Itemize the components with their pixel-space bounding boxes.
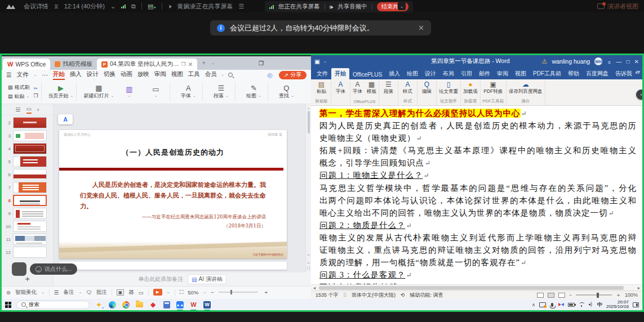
ribbon-tab[interactable]: 帮助: [565, 68, 583, 79]
battery-icon[interactable]: [568, 303, 575, 307]
notes-toggle-icon[interactable]: ☰: [54, 289, 59, 296]
popout-icon[interactable]: ⧉: [131, 3, 136, 10]
ribbon-button[interactable]: ● 加载项: [463, 81, 478, 95]
menu-overflow-chevron-icon[interactable]: ›: [222, 73, 223, 77]
fullscreen-icon[interactable]: ⛶: [180, 289, 184, 296]
ribbon-button[interactable]: A 字体: [336, 81, 345, 95]
format-painter-button[interactable]: ▧格式刷: [8, 84, 30, 91]
normal-view-icon[interactable]: ▣: [117, 289, 125, 296]
ime-indicator[interactable]: 中: [597, 301, 602, 308]
wps-menu-item[interactable]: 开始: [53, 70, 65, 80]
scroll-right-icon[interactable]: ►: [636, 286, 642, 290]
comment-icon[interactable]: 🗨: [86, 289, 92, 296]
reading-view-icon[interactable]: ▭: [139, 289, 144, 296]
word-app-icon[interactable]: W: [203, 301, 211, 309]
search-icon[interactable]: [228, 73, 233, 77]
wps-maximize-button[interactable]: ❐: [259, 60, 264, 66]
zoom-slider[interactable]: [576, 294, 612, 296]
notification-center-icon[interactable]: [633, 302, 639, 307]
wps-docer-tab[interactable]: 找稻壳模板: [50, 59, 97, 70]
clock[interactable]: 20:07 2025/10/16: [606, 300, 629, 309]
share-bar-caret[interactable]: ⌄: [398, 2, 406, 10]
ai-speech-button[interactable]: ▤ AI 演讲稿: [188, 274, 226, 284]
print-layout-icon[interactable]: [548, 293, 554, 298]
document-line[interactable]: 问题 3：什么是客观？↵: [319, 269, 637, 281]
ribbon-tab[interactable]: OfficePLUS: [349, 70, 385, 79]
chat-input[interactable]: 说点什么...: [30, 263, 77, 275]
slide-thumbnail[interactable]: 7: [4, 182, 51, 193]
slide-thumbnail[interactable]: 8: [4, 195, 51, 206]
word-share-button[interactable]: ▱ 共享 ⌄: [636, 64, 642, 79]
ribbon-options-icon[interactable]: ⌅: [607, 59, 611, 65]
wps-menu-item[interactable]: 切换: [104, 70, 116, 80]
document-line[interactable]: 拓展+回顾：讲清楚《马克思主义基本原理》课程中的唯物主义和历史唯物主义: [319, 145, 637, 157]
ribbon-button[interactable]: ▦ 模板: [367, 81, 376, 95]
assistant-icon[interactable]: ◎: [267, 71, 272, 78]
document-line[interactable]: 概念，引导学生回顾知识点↵: [319, 157, 637, 169]
ribbon-button[interactable]: ☰ 段落: [384, 81, 393, 95]
slide-thumbnail[interactable]: 2: [4, 117, 51, 128]
ribbon-button[interactable]: ▤ 粘贴: [317, 81, 326, 95]
recording-doc-icon[interactable]: ▤●: [148, 3, 156, 10]
outline-view-icon[interactable]: ☱: [16, 106, 21, 113]
paste-button[interactable]: ▤粘贴⌄: [8, 93, 30, 100]
volume-icon[interactable]: [588, 302, 593, 307]
hamburger-icon[interactable]: ☰: [6, 71, 11, 78]
network-signal-icon[interactable]: [121, 5, 126, 8]
web-layout-icon[interactable]: [558, 293, 565, 298]
wps-file-menu[interactable]: 文件: [16, 71, 28, 79]
slide-layout-button[interactable]: ▥⌄: [118, 86, 140, 98]
ribbon-tab[interactable]: 视图: [512, 68, 530, 79]
document-line[interactable]: 第一，学生需深入理解为什么必须坚持以人民为中心↵: [319, 108, 637, 120]
ribbon-collapse-button[interactable]: ‹: [636, 90, 642, 100]
prev-slide-icon[interactable]: ⌃: [307, 254, 310, 258]
warning-icon[interactable]: ⚠: [542, 58, 548, 65]
accessibility-status[interactable]: 辅助功能: 调查: [410, 292, 443, 299]
notes-placeholder[interactable]: 单击此处添加备注: [138, 275, 183, 283]
more-icon[interactable]: ⋯: [42, 71, 48, 78]
meeting-bubble[interactable]: [12, 262, 26, 276]
scrollbar-thumb[interactable]: [308, 111, 310, 133]
tab-restore-icon[interactable]: ❐: [181, 61, 185, 67]
ribbon-tab[interactable]: 审阅: [494, 68, 512, 79]
cut-icon[interactable]: ✂: [34, 86, 38, 91]
wps-menu-item[interactable]: 动画: [121, 70, 132, 80]
notes-toggle[interactable]: 备注: [63, 289, 74, 296]
expand-panel-icon[interactable]: ›: [37, 106, 39, 113]
ribbon-button[interactable]: ▯ 论文查重: [439, 81, 458, 95]
diamond-app-icon[interactable]: ◆: [149, 301, 157, 309]
font-button[interactable]: A字体⌄: [177, 84, 199, 100]
ribbon-tab[interactable]: 引用: [458, 68, 476, 79]
screen-share-tray-icon[interactable]: [539, 302, 546, 307]
slide-thumbnail[interactable]: 11: [4, 234, 51, 245]
play-from-current-button[interactable]: ▶当页开始⌄: [48, 84, 74, 100]
emoji-icon[interactable]: [35, 266, 42, 272]
quick-access-caret-icon[interactable]: ⌄: [323, 59, 327, 64]
document-line[interactable]: 证唯物主义，重点讲马克思的辩证唯物主义对物质的回答，沿用列宁对马克思物: [319, 244, 637, 257]
document-line[interactable]: 问题 2：物质是什么？↵: [319, 220, 637, 232]
current-slide[interactable]: 坚持以人民为中心 第四章 坚 （一）人民是创造历史的动力 人民是历史的创造者，是…: [59, 130, 287, 258]
zoom-value[interactable]: 50%: [188, 289, 198, 296]
wifi-icon[interactable]: [579, 302, 584, 307]
slide-thumbnail[interactable]: 10: [4, 221, 51, 232]
save-icon[interactable]: ▣: [314, 58, 320, 65]
beautify-icon[interactable]: ⊜: [6, 289, 11, 296]
wps-app-icon[interactable]: W: [189, 301, 198, 309]
ribbon-tab[interactable]: PDF工具箱: [530, 68, 565, 79]
document-line[interactable]: 马克思主义哲学模块中，哲学最基本的问题是“思维与存在的关系问题”，分化: [319, 182, 637, 195]
slide-view-icon[interactable]: ▭: [26, 106, 32, 114]
chevron-down-icon[interactable]: ⌄: [110, 3, 116, 10]
paragraph-button[interactable]: ☰段落⌄: [210, 84, 232, 100]
scrollbar-thumb[interactable]: [319, 286, 624, 290]
find-button[interactable]: Q查找⌄: [275, 84, 297, 100]
slide-canvas[interactable]: A 坚持以人民为中心 第四章 坚 （一）人民是创造历史的动力 人民是历史的创造者…: [54, 104, 311, 272]
ribbon-tab[interactable]: 设计: [421, 68, 439, 79]
zoom-slider[interactable]: [219, 292, 258, 293]
document-line[interactable]: 史唯物主义（唯物史观）↵: [319, 132, 637, 145]
tab-list-caret-icon[interactable]: ⌄: [211, 61, 215, 65]
zoom-out-button[interactable]: −: [569, 292, 572, 298]
slide-thumbnail[interactable]: 5: [4, 156, 51, 167]
microphone-tray-icon[interactable]: [551, 303, 553, 307]
document-line[interactable]: 质观的理解，用一句概括“物质就是一切的客观存在”↵: [319, 257, 637, 269]
slide-thumbnail[interactable]: 6: [4, 169, 51, 180]
